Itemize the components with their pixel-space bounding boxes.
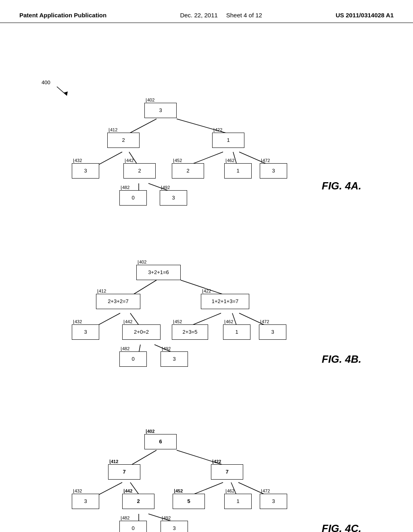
fig4b-svg bbox=[19, 208, 394, 366]
fig4c-node-422: ⌊422 7 bbox=[211, 464, 243, 480]
fig4c-label: FIG. 4C. bbox=[322, 522, 361, 532]
svg-line-20 bbox=[130, 450, 156, 466]
fig4c-node-432: ⌊432 3 bbox=[72, 494, 99, 509]
fig4b-node-452: ⌊452 2+3=5 bbox=[172, 324, 208, 340]
page-header: Patent Application Publication Dec. 22, … bbox=[0, 0, 413, 23]
fig4b-node-472: ⌊472 3 bbox=[259, 324, 286, 340]
fig4b-node-422: ⌊422 1+2+1+3=7 bbox=[201, 294, 249, 309]
fig4a-node-482: ⌊482 0 bbox=[119, 190, 147, 206]
fig4c-node-492: ⌊492 3 bbox=[161, 521, 188, 532]
fig4b-node-492: ⌊492 3 bbox=[161, 351, 188, 367]
fig4b-section: ⌊402 3+2+1=6 ⌊412 2+3+2=7 ⌊422 1+2+1+3=7… bbox=[19, 208, 394, 366]
fig4b-node-412: ⌊412 2+3+2=7 bbox=[96, 294, 140, 309]
svg-marker-1 bbox=[64, 91, 68, 96]
fig4c-node-472: ⌊472 3 bbox=[260, 494, 287, 509]
fig4a-node-462: ⌊462 1 bbox=[224, 163, 252, 179]
fig4b-node-442: ⌊442 2+0=2 bbox=[122, 324, 161, 340]
header-date: Dec. 22, 2011 bbox=[180, 12, 217, 19]
fig4c-node-412: ⌊412 7 bbox=[108, 464, 140, 480]
header-patent-number: US 2011/0314028 A1 bbox=[336, 11, 394, 19]
fig4a-node-472: ⌊472 3 bbox=[260, 163, 287, 179]
fig4b-node-462: ⌊462 1 bbox=[223, 324, 250, 340]
fig4c-section: ⌊402 6 ⌊412 7 ⌊422 7 ⌊432 3 ⌊442 2 ⌊452 … bbox=[19, 378, 394, 532]
svg-line-4 bbox=[96, 152, 122, 166]
header-sheet: Sheet 4 of 12 bbox=[226, 12, 262, 19]
header-publication-title: Patent Application Publication bbox=[19, 11, 106, 19]
svg-line-22 bbox=[95, 482, 122, 497]
fig4c-node-402: ⌊402 6 bbox=[144, 434, 177, 449]
fig4a-diagram-label: 400 bbox=[42, 79, 50, 85]
fig4a-node-432: ⌊432 3 bbox=[72, 163, 99, 179]
fig4c-node-442: ⌊442 2 bbox=[122, 494, 154, 509]
fig4a-label: FIG. 4A. bbox=[322, 180, 361, 192]
fig4b-node-482: ⌊482 0 bbox=[119, 351, 147, 367]
svg-line-0 bbox=[57, 87, 67, 96]
fig4c-node-462: ⌊462 1 bbox=[224, 494, 252, 509]
fig4a-node-402: ⌊402 3 bbox=[144, 103, 177, 118]
header-date-sheet: Dec. 22, 2011 Sheet 4 of 12 bbox=[180, 11, 262, 19]
fig4a-node-442: ⌊442 2 bbox=[123, 163, 156, 179]
fig4a-node-492: ⌊492 3 bbox=[160, 190, 187, 206]
fig4a-node-452: ⌊452 2 bbox=[172, 163, 204, 179]
fig4c-node-452: ⌊452 5 bbox=[173, 494, 205, 509]
fig4b-node-402: ⌊402 3+2+1=6 bbox=[136, 265, 181, 280]
svg-line-11 bbox=[132, 280, 156, 295]
fig4a-section: 400 ⌊402 3 bbox=[19, 43, 394, 196]
fig4a-node-412: ⌊412 2 bbox=[107, 133, 140, 148]
fig4b-node-432: ⌊432 3 bbox=[72, 324, 99, 340]
svg-line-2 bbox=[128, 119, 156, 134]
fig4c-node-482: ⌊482 0 bbox=[119, 521, 147, 532]
page-content: 400 ⌊402 3 bbox=[0, 23, 413, 532]
fig4a-node-422: ⌊422 1 bbox=[212, 133, 244, 148]
fig4b-label: FIG. 4B. bbox=[322, 353, 361, 366]
